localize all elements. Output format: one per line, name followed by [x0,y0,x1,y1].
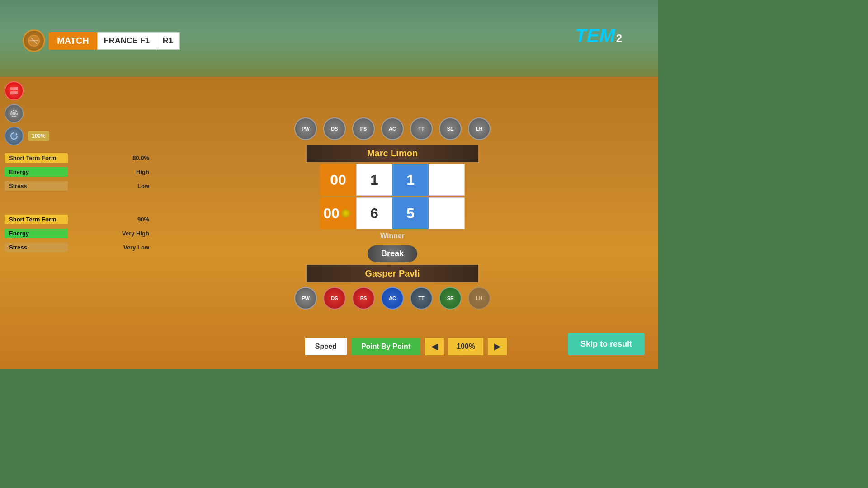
winner-label: Winner [217,232,568,240]
p1-energy-value: High [108,169,149,175]
sidebar-icons: 100% [5,81,149,145]
break-button[interactable]: Break [368,245,417,262]
player2-score-row: 00 6 5 [217,197,568,229]
p1-energy-row: Energy High [5,166,149,178]
france-label: FRANCE F1 [97,32,156,50]
p2-form-label: Short Term Form [5,215,68,224]
p2-games: 00 [320,197,356,229]
replay-icon[interactable] [5,127,24,145]
header: MATCH FRANCE F1 R1 [23,29,180,52]
p1-tt-icon[interactable]: TT [410,117,433,140]
p1-stress-row: Stress Low [5,180,149,192]
scoreboard-area: PW DS PS AC TT SE LH Marc Limon 00 1 1 0… [217,113,568,314]
p1-ds-icon[interactable]: DS [323,117,346,140]
p2-energy-label: Energy [5,229,68,238]
p2-ability-row-bottom: PW DS PS AC TT SE LH [217,287,568,310]
replay-row: 100% [5,127,149,145]
speed-button[interactable]: Speed [305,338,347,355]
header-logo-icon [23,29,45,52]
p1-energy-label: Energy [5,167,68,177]
p2-ps-icon[interactable]: PS [352,287,375,310]
break-container: Break [217,243,568,265]
prev-button[interactable]: ◀ [425,338,444,355]
p1-set1: 1 [356,164,392,196]
match-label: MATCH [49,32,97,50]
p2-set3 [429,197,465,229]
p1-lh-icon[interactable]: LH [468,117,491,140]
p2-stress-label: Stress [5,243,68,252]
p2-form-value: 90% [108,216,149,223]
p2-energy-value: Very High [108,230,149,237]
sidebar: 100% Short Term Form 80.0% Energy High S… [0,77,154,369]
skip-to-result-button[interactable]: Skip to result [568,333,645,355]
p2-ac-icon[interactable]: AC [381,287,404,310]
p2-lh-icon[interactable]: LH [468,287,491,310]
ball-indicator [341,209,350,218]
p2-energy-row: Energy Very High [5,227,149,239]
player1-score-row: 00 1 1 [217,164,568,196]
p1-se-icon[interactable]: SE [439,117,462,140]
p2-set2: 5 [392,197,429,229]
p2-stress-value: Very Low [108,244,149,251]
svg-marker-8 [16,133,18,136]
player2-banner: Gasper Pavli [307,265,478,282]
p2-stress-row: Stress Very Low [5,241,149,253]
p1-pw-icon[interactable]: PW [294,117,317,140]
player1-stats: Short Term Form 80.0% Energy High Stress… [5,152,149,192]
point-by-point-button[interactable]: Point By Point [351,338,420,355]
p1-stress-label: Stress [5,181,68,191]
speed-percent: 100% [448,338,483,355]
tem2-text: TEM [575,25,615,47]
player2-stats: Short Term Form 90% Energy Very High Str… [5,213,149,253]
percent-label: 100% [28,131,49,141]
p1-ps-icon[interactable]: PS [352,117,375,140]
bottom-toolbar: Speed Point By Point ◀ 100% ▶ [199,338,613,355]
p1-form-value: 80.0% [108,155,149,161]
p1-ac-icon[interactable]: AC [381,117,404,140]
gear-icon[interactable] [5,104,24,123]
p1-ability-row-top: PW DS PS AC TT SE LH [217,117,568,140]
p1-form-label: Short Term Form [5,153,68,163]
p1-stress-value: Low [108,183,149,189]
p1-set3 [429,164,465,196]
svg-point-6 [12,112,16,115]
red-icon[interactable] [5,81,24,100]
svg-rect-3 [14,87,18,90]
svg-rect-2 [10,87,14,90]
p1-form-row: Short Term Form 80.0% [5,152,149,164]
next-button[interactable]: ▶ [488,338,507,355]
p2-ds-icon[interactable]: DS [323,287,346,310]
p1-set2: 1 [392,164,429,196]
p2-form-row: Short Term Form 90% [5,213,149,225]
tem2-sup: 2 [616,32,622,45]
p2-pw-icon[interactable]: PW [294,287,317,310]
p1-games: 00 [320,164,356,196]
r1-label: R1 [156,32,180,50]
svg-rect-5 [14,91,18,94]
p2-se-icon[interactable]: SE [439,287,462,310]
p2-set1: 6 [356,197,392,229]
player1-banner: Marc Limon [307,145,478,162]
tem2-logo: TEM 2 [575,25,622,47]
svg-rect-4 [10,91,14,94]
p2-tt-icon[interactable]: TT [410,287,433,310]
